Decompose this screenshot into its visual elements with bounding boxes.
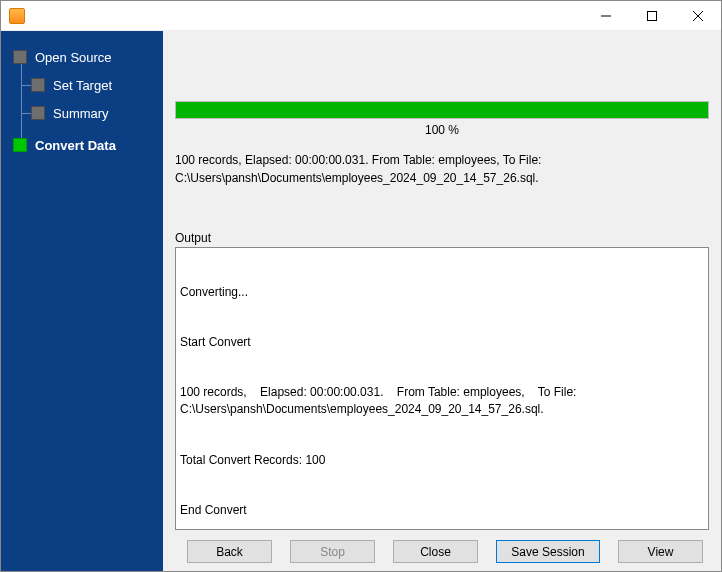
back-button[interactable]: Back xyxy=(187,540,272,563)
step-box-icon xyxy=(31,106,45,120)
sidebar-item-label: Set Target xyxy=(53,78,112,93)
stop-button: Stop xyxy=(290,540,375,563)
step-box-icon xyxy=(31,78,45,92)
view-button[interactable]: View xyxy=(618,540,703,563)
minimize-icon xyxy=(601,11,611,21)
step-box-icon xyxy=(13,138,27,152)
summary-line: 100 records, Elapsed: 00:00:00.031. From… xyxy=(175,151,709,169)
maximize-icon xyxy=(647,11,657,21)
output-line: Total Convert Records: 100 xyxy=(180,452,704,469)
close-icon xyxy=(693,11,703,21)
sidebar-item-label: Summary xyxy=(53,106,109,121)
window-controls xyxy=(583,1,721,31)
output-label: Output xyxy=(175,231,709,245)
maximize-button[interactable] xyxy=(629,1,675,31)
sidebar: Open Source Set Target Summary Convert D… xyxy=(1,31,163,571)
titlebar xyxy=(1,1,721,31)
sidebar-item-convert-data[interactable]: Convert Data xyxy=(1,131,163,159)
progress-percent-label: 100 % xyxy=(175,123,709,137)
sidebar-item-open-source[interactable]: Open Source xyxy=(1,43,163,71)
sidebar-item-summary[interactable]: Summary xyxy=(1,99,163,127)
app-body: Open Source Set Target Summary Convert D… xyxy=(1,31,721,571)
step-box-icon xyxy=(13,50,27,64)
close-window-button[interactable] xyxy=(675,1,721,31)
sidebar-item-set-target[interactable]: Set Target xyxy=(1,71,163,99)
output-line: Converting... xyxy=(180,284,704,301)
output-textbox[interactable]: Converting... Start Convert 100 records,… xyxy=(175,247,709,530)
top-spacer xyxy=(175,41,709,101)
summary-line: C:\Users\pansh\Documents\employees_2024_… xyxy=(175,169,709,187)
summary-text: 100 records, Elapsed: 00:00:00.031. From… xyxy=(175,151,709,187)
sidebar-item-label: Open Source xyxy=(35,50,112,65)
nav-tree: Open Source Set Target Summary Convert D… xyxy=(1,43,163,159)
minimize-button[interactable] xyxy=(583,1,629,31)
app-icon xyxy=(9,8,25,24)
close-button[interactable]: Close xyxy=(393,540,478,563)
button-row: Back Stop Close Save Session View xyxy=(175,530,709,563)
output-line: 100 records, Elapsed: 00:00:00.031. From… xyxy=(180,384,704,418)
app-window: Open Source Set Target Summary Convert D… xyxy=(0,0,722,572)
save-session-button[interactable]: Save Session xyxy=(496,540,600,563)
content-pane: 100 % 100 records, Elapsed: 00:00:00.031… xyxy=(163,31,721,571)
svg-rect-1 xyxy=(648,11,657,20)
output-line: End Convert xyxy=(180,502,704,519)
sidebar-item-label: Convert Data xyxy=(35,138,116,153)
progress-bar xyxy=(175,101,709,119)
progress-fill xyxy=(176,102,708,118)
output-line: Start Convert xyxy=(180,334,704,351)
progress-section: 100 % xyxy=(175,101,709,137)
